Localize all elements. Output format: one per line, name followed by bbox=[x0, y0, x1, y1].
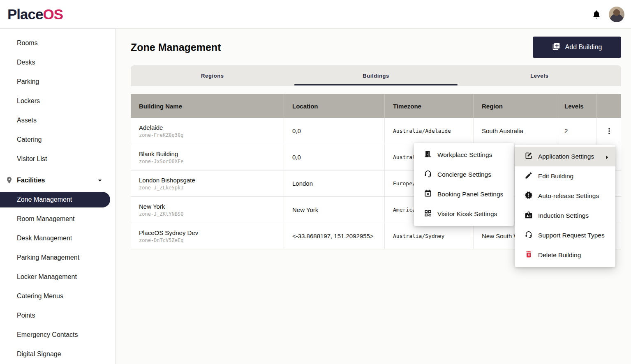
application-settings-submenu: Workplace Settings Concierge Settings Bo… bbox=[414, 143, 514, 226]
timezone-value: Australia/Adelaide bbox=[393, 128, 451, 134]
sidebar-section-facilities[interactable]: Facilities bbox=[0, 170, 115, 190]
sidebar-item-lockers[interactable]: Lockers bbox=[0, 91, 115, 111]
location-value: New York bbox=[292, 206, 318, 213]
notification-bell-icon[interactable] bbox=[592, 9, 601, 19]
calendar-x-icon bbox=[424, 189, 432, 199]
sidebar-item-emergency-contacts[interactable]: Emergency Contacts bbox=[0, 325, 115, 344]
sidebar-item-assets[interactable]: Assets bbox=[0, 111, 115, 130]
add-building-icon bbox=[552, 42, 560, 52]
column-header-location: Location bbox=[284, 94, 385, 118]
menu-item-edit-building[interactable]: Edit Building bbox=[515, 166, 615, 186]
top-bar: PlaceOS bbox=[0, 0, 631, 29]
location-value: 0,0 bbox=[292, 154, 301, 161]
page-title: Zone Management bbox=[131, 41, 221, 53]
trash-icon bbox=[525, 250, 533, 260]
building-name: New York bbox=[139, 203, 165, 210]
timezone-value: America bbox=[393, 207, 416, 213]
door-icon bbox=[424, 150, 432, 160]
menu-item-visitor-kiosk-settings[interactable]: Visitor Kiosk Settings bbox=[414, 204, 514, 224]
logo-text-os: OS bbox=[43, 6, 63, 23]
row-kebab-menu-icon[interactable] bbox=[605, 127, 614, 136]
sidebar-item-catering[interactable]: Catering bbox=[0, 130, 115, 149]
sidebar-section-label: Facilities bbox=[17, 177, 45, 184]
tab-regions[interactable]: Regions bbox=[131, 65, 294, 86]
menu-item-concierge-settings[interactable]: Concierge Settings bbox=[414, 165, 514, 184]
id-badge-icon bbox=[525, 211, 533, 221]
building-name: Blank Building bbox=[139, 150, 178, 157]
region-value: New South W bbox=[482, 233, 520, 240]
sidebar-item-points[interactable]: Points bbox=[0, 306, 115, 325]
logo-text-place: Place bbox=[7, 6, 43, 23]
building-context-menu: Application Settings Edit Building Auto-… bbox=[515, 145, 615, 267]
chevron-down-icon bbox=[96, 176, 104, 184]
map-pin-icon bbox=[5, 176, 13, 184]
sidebar-item-rooms[interactable]: Rooms bbox=[0, 33, 115, 53]
menu-item-support-request-types[interactable]: Support Request Types bbox=[515, 226, 615, 245]
column-header-building-name: Building Name bbox=[131, 94, 284, 118]
zone-id: zone-J_ZLke5pk3 bbox=[139, 185, 183, 191]
sidebar: Rooms Desks Parking Lockers Assets Cater… bbox=[0, 29, 116, 364]
location-value: London bbox=[292, 180, 313, 187]
zone-id: zone-J_ZKtYNBSQ bbox=[139, 211, 183, 217]
table-header-row: Building Name Location Timezone Region L… bbox=[131, 94, 621, 118]
table-row[interactable]: Adelaide zone-FreKZ8q38g 0,0 Australia/A… bbox=[131, 118, 621, 144]
sidebar-item-locker-management[interactable]: Locker Management bbox=[0, 267, 115, 286]
building-name: PlaceOS Sydney Dev bbox=[139, 229, 198, 236]
qr-code-icon bbox=[424, 209, 432, 219]
column-header-timezone: Timezone bbox=[385, 94, 474, 118]
add-building-button[interactable]: Add Building bbox=[533, 37, 621, 58]
sidebar-item-desk-management[interactable]: Desk Management bbox=[0, 228, 115, 248]
active-tab-underline bbox=[294, 84, 458, 85]
timezone-value: Australia/Sydney bbox=[393, 233, 444, 239]
tab-buildings[interactable]: Buildings bbox=[294, 65, 458, 86]
tab-levels[interactable]: Levels bbox=[458, 65, 621, 86]
zone-id: zone-DnTcV5ZeEq bbox=[139, 237, 183, 243]
sidebar-item-desks[interactable]: Desks bbox=[0, 53, 115, 72]
edit-square-icon bbox=[525, 152, 533, 161]
release-badge-icon bbox=[525, 191, 533, 201]
column-header-levels: Levels bbox=[556, 94, 597, 118]
building-name: Adelaide bbox=[139, 124, 163, 131]
sidebar-item-parking[interactable]: Parking bbox=[0, 72, 115, 91]
location-value: <-33.8688197, 151.2092955> bbox=[292, 233, 374, 240]
submenu-arrow-icon bbox=[603, 153, 610, 160]
location-value: 0,0 bbox=[292, 127, 301, 134]
menu-item-delete-building[interactable]: Delete Building bbox=[515, 245, 615, 265]
timezone-value: Austral bbox=[393, 154, 416, 160]
sidebar-item-room-management[interactable]: Room Management bbox=[0, 209, 115, 228]
region-value: South Australia bbox=[482, 127, 523, 134]
zone-id: zone-JxSorO0XFe bbox=[139, 159, 183, 164]
timezone-value: Europe/ bbox=[393, 180, 416, 187]
column-header-actions bbox=[597, 94, 621, 118]
placeos-logo: PlaceOS bbox=[7, 6, 63, 23]
menu-item-auto-release-settings[interactable]: Auto-release Settings bbox=[515, 186, 615, 206]
sidebar-item-zone-management[interactable]: Zone Management bbox=[0, 190, 115, 209]
menu-item-application-settings[interactable]: Application Settings bbox=[515, 147, 615, 166]
column-header-region: Region bbox=[474, 94, 556, 118]
user-avatar[interactable] bbox=[609, 7, 624, 22]
sidebar-item-visitor-list[interactable]: Visitor List bbox=[0, 149, 115, 168]
pencil-icon bbox=[525, 171, 533, 181]
sidebar-item-catering-menus[interactable]: Catering Menus bbox=[0, 286, 115, 306]
zone-id: zone-FreKZ8q38g bbox=[139, 132, 183, 138]
levels-value: 2 bbox=[564, 127, 568, 134]
active-nav-pill: Zone Management bbox=[0, 192, 110, 207]
menu-item-workplace-settings[interactable]: Workplace Settings bbox=[414, 145, 514, 165]
sidebar-item-digital-signage[interactable]: Digital Signage bbox=[0, 344, 115, 364]
tab-bar: Regions Buildings Levels bbox=[131, 65, 621, 86]
menu-item-booking-panel-settings[interactable]: Booking Panel Settings bbox=[414, 184, 514, 204]
building-name: London Bishopsgate bbox=[139, 177, 195, 184]
headset-icon bbox=[424, 170, 432, 180]
sidebar-item-parking-management[interactable]: Parking Management bbox=[0, 248, 115, 267]
headset-icon bbox=[525, 230, 533, 240]
menu-item-induction-settings[interactable]: Induction Settings bbox=[515, 206, 615, 226]
